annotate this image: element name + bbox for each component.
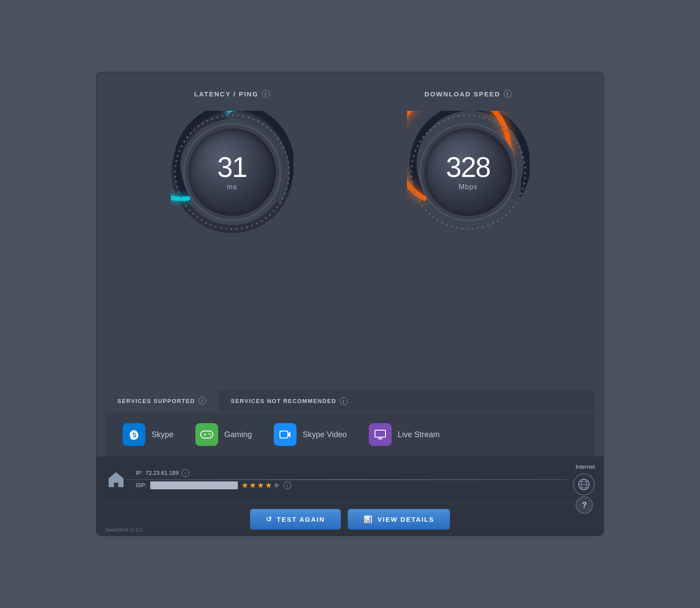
download-value: 328	[446, 153, 490, 181]
isp-bar	[150, 481, 238, 489]
latency-value: 31	[217, 153, 247, 181]
svg-rect-9	[280, 431, 288, 438]
service-livestream: Live Stream	[369, 423, 440, 446]
service-gaming: Gaming	[195, 423, 252, 446]
supported-info-icon[interactable]: i	[198, 397, 206, 405]
service-gaming-label: Gaming	[224, 430, 252, 439]
service-skype-video: Skype Video	[274, 423, 347, 446]
latency-inner: 31 ms	[188, 128, 276, 216]
test-again-button[interactable]: ↺ TEST AGAIN	[250, 509, 341, 530]
download-info-icon[interactable]: i	[504, 90, 512, 98]
ip-info-icon[interactable]: i	[181, 469, 189, 477]
star-4: ★	[265, 481, 272, 490]
tab-not-recommended[interactable]: SERVICES NOT RECOMMENDED i	[219, 390, 360, 412]
svg-rect-11	[375, 430, 385, 437]
view-details-icon: 📊	[364, 515, 373, 523]
livestream-icon	[369, 423, 392, 446]
services-content: Skype Gaming	[105, 413, 595, 456]
skype-icon	[123, 423, 145, 446]
footer-section: IP: 72.23.61.189 i ISP: ★ ★ ★ ★ ★ i Inte…	[96, 456, 604, 502]
not-recommended-info-icon[interactable]: i	[340, 397, 348, 405]
service-skype: Skype	[123, 423, 173, 446]
latency-info-icon[interactable]: i	[262, 90, 270, 98]
star-1: ★	[241, 481, 248, 490]
service-livestream-label: Live Stream	[398, 430, 440, 439]
gaming-icon	[195, 423, 218, 446]
star-2: ★	[249, 481, 256, 490]
service-skype-video-label: Skype Video	[303, 430, 347, 439]
view-details-button[interactable]: 📊 VIEW DETAILS	[348, 509, 450, 530]
star-3: ★	[257, 481, 264, 490]
tab-supported[interactable]: SERVICES SUPPORTED i	[105, 390, 219, 413]
services-section: SERVICES SUPPORTED i SERVICES NOT RECOMM…	[105, 390, 595, 456]
download-title: DOWNLOAD SPEED i	[424, 90, 512, 98]
isp-info-icon[interactable]: i	[283, 481, 291, 489]
test-again-icon: ↺	[266, 515, 272, 523]
latency-unit: ms	[227, 183, 237, 191]
globe-icon	[573, 474, 595, 495]
svg-point-8	[210, 435, 211, 436]
services-tabs: SERVICES SUPPORTED i SERVICES NOT RECOMM…	[105, 390, 595, 413]
download-inner: 328 Mbps	[424, 128, 512, 216]
latency-title: LATENCY / PING i	[194, 90, 270, 98]
help-button[interactable]: ?	[576, 496, 593, 514]
home-icon	[105, 469, 127, 491]
download-panel: DOWNLOAD SPEED i 328	[359, 90, 577, 377]
gauges-section: LATENCY / PING i 31 m	[96, 72, 604, 390]
skype-video-icon	[274, 423, 297, 446]
footer-right: Internet	[573, 463, 595, 495]
svg-point-7	[209, 433, 210, 435]
ip-value: 72.23.61.189	[145, 470, 179, 476]
latency-panel: LATENCY / PING i 31 m	[123, 90, 341, 377]
download-gauge: 328 Mbps	[407, 111, 530, 233]
action-buttons-row: ↺ TEST AGAIN 📊 VIEW DETAILS	[96, 502, 604, 536]
app-container: LATENCY / PING i 31 m	[96, 72, 604, 536]
latency-gauge: 31 ms	[171, 111, 293, 233]
internet-label: Internet	[576, 463, 595, 470]
isp-row: ISP: ★ ★ ★ ★ ★ i	[136, 481, 564, 490]
ip-row: IP: 72.23.61.189 i	[136, 469, 564, 477]
svg-rect-4	[201, 431, 213, 438]
star-rating: ★ ★ ★ ★ ★	[241, 481, 280, 490]
connection-line	[127, 479, 569, 480]
download-unit: Mbps	[459, 183, 477, 191]
star-5: ★	[273, 481, 280, 490]
version-label: SpeedTest v1.3.1	[105, 527, 142, 532]
service-skype-label: Skype	[152, 430, 173, 439]
